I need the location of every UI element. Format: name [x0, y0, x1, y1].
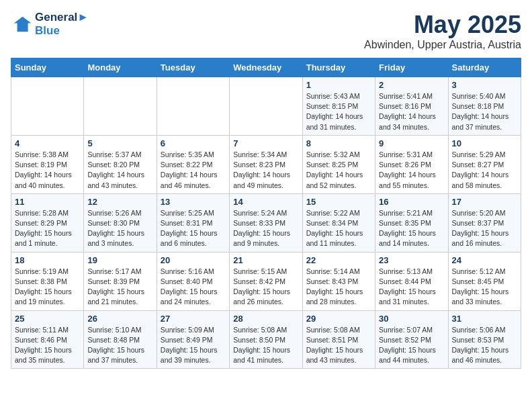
- svg-marker-0: [14, 16, 32, 31]
- page-header: General► Blue May 2025 Abwinden, Upper A…: [11, 11, 521, 51]
- day-number: 14: [233, 197, 298, 207]
- calendar-title: May 2025: [364, 11, 521, 39]
- day-number: 30: [379, 314, 444, 324]
- day-info: Sunrise: 5:24 AM Sunset: 8:33 PM Dayligh…: [233, 208, 298, 249]
- calendar-cell: 8Sunrise: 5:32 AM Sunset: 8:25 PM Daylig…: [302, 135, 375, 193]
- day-info: Sunrise: 5:22 AM Sunset: 8:34 PM Dayligh…: [306, 208, 371, 249]
- calendar-cell: 14Sunrise: 5:24 AM Sunset: 8:33 PM Dayli…: [230, 193, 302, 252]
- day-info: Sunrise: 5:38 AM Sunset: 8:19 PM Dayligh…: [15, 150, 80, 191]
- calendar-cell: 5Sunrise: 5:37 AM Sunset: 8:20 PM Daylig…: [84, 135, 157, 193]
- day-info: Sunrise: 5:43 AM Sunset: 8:15 PM Dayligh…: [306, 91, 371, 132]
- day-info: Sunrise: 5:10 AM Sunset: 8:48 PM Dayligh…: [87, 325, 152, 366]
- day-number: 12: [87, 197, 152, 207]
- day-info: Sunrise: 5:08 AM Sunset: 8:50 PM Dayligh…: [233, 325, 298, 366]
- calendar-cell: 29Sunrise: 5:08 AM Sunset: 8:51 PM Dayli…: [302, 310, 375, 369]
- day-info: Sunrise: 5:16 AM Sunset: 8:40 PM Dayligh…: [161, 267, 226, 308]
- day-info: Sunrise: 5:28 AM Sunset: 8:29 PM Dayligh…: [15, 208, 80, 249]
- calendar-cell: 4Sunrise: 5:38 AM Sunset: 8:19 PM Daylig…: [11, 135, 84, 193]
- weekday-header: Thursday: [302, 58, 375, 77]
- day-number: 9: [379, 138, 444, 148]
- day-number: 15: [306, 197, 371, 207]
- day-info: Sunrise: 5:07 AM Sunset: 8:52 PM Dayligh…: [379, 325, 444, 366]
- day-number: 21: [233, 255, 298, 265]
- weekday-header: Wednesday: [230, 58, 302, 77]
- calendar-cell: 10Sunrise: 5:29 AM Sunset: 8:27 PM Dayli…: [448, 135, 521, 193]
- calendar-week-row: 11Sunrise: 5:28 AM Sunset: 8:29 PM Dayli…: [11, 193, 521, 252]
- day-number: 25: [15, 314, 80, 324]
- calendar-week-row: 1Sunrise: 5:43 AM Sunset: 8:15 PM Daylig…: [11, 77, 521, 136]
- day-info: Sunrise: 5:11 AM Sunset: 8:46 PM Dayligh…: [15, 325, 80, 366]
- day-number: 24: [452, 255, 517, 265]
- calendar-cell: 3Sunrise: 5:40 AM Sunset: 8:18 PM Daylig…: [448, 77, 521, 136]
- calendar-cell: [157, 77, 229, 136]
- logo-text-line1: General►: [35, 11, 89, 24]
- day-info: Sunrise: 5:32 AM Sunset: 8:25 PM Dayligh…: [306, 150, 371, 191]
- calendar-cell: 20Sunrise: 5:16 AM Sunset: 8:40 PM Dayli…: [157, 252, 229, 310]
- day-info: Sunrise: 5:35 AM Sunset: 8:22 PM Dayligh…: [161, 150, 226, 191]
- calendar-cell: 16Sunrise: 5:21 AM Sunset: 8:35 PM Dayli…: [375, 193, 448, 252]
- day-info: Sunrise: 5:12 AM Sunset: 8:45 PM Dayligh…: [452, 267, 517, 308]
- calendar-cell: 31Sunrise: 5:06 AM Sunset: 8:53 PM Dayli…: [448, 310, 521, 369]
- day-info: Sunrise: 5:08 AM Sunset: 8:51 PM Dayligh…: [306, 325, 371, 366]
- calendar-cell: 26Sunrise: 5:10 AM Sunset: 8:48 PM Dayli…: [84, 310, 157, 369]
- day-number: 6: [161, 138, 226, 148]
- calendar-cell: 23Sunrise: 5:13 AM Sunset: 8:44 PM Dayli…: [375, 252, 448, 310]
- day-number: 31: [452, 314, 517, 324]
- calendar-cell: 24Sunrise: 5:12 AM Sunset: 8:45 PM Dayli…: [448, 252, 521, 310]
- calendar-cell: 9Sunrise: 5:31 AM Sunset: 8:26 PM Daylig…: [375, 135, 448, 193]
- calendar-cell: 21Sunrise: 5:15 AM Sunset: 8:42 PM Dayli…: [230, 252, 302, 310]
- day-number: 23: [379, 255, 444, 265]
- day-info: Sunrise: 5:06 AM Sunset: 8:53 PM Dayligh…: [452, 325, 517, 366]
- day-info: Sunrise: 5:09 AM Sunset: 8:49 PM Dayligh…: [161, 325, 226, 366]
- day-info: Sunrise: 5:40 AM Sunset: 8:18 PM Dayligh…: [452, 91, 517, 132]
- weekday-header: Monday: [84, 58, 157, 77]
- day-info: Sunrise: 5:37 AM Sunset: 8:20 PM Dayligh…: [87, 150, 152, 191]
- logo-icon: [11, 13, 32, 35]
- calendar-cell: 17Sunrise: 5:20 AM Sunset: 8:37 PM Dayli…: [448, 193, 521, 252]
- day-info: Sunrise: 5:29 AM Sunset: 8:27 PM Dayligh…: [452, 150, 517, 191]
- day-number: 19: [87, 255, 152, 265]
- day-number: 8: [306, 138, 371, 148]
- day-info: Sunrise: 5:34 AM Sunset: 8:23 PM Dayligh…: [233, 150, 298, 191]
- day-number: 22: [306, 255, 371, 265]
- title-section: May 2025 Abwinden, Upper Austria, Austri…: [364, 11, 521, 51]
- day-number: 3: [452, 80, 517, 90]
- day-number: 27: [161, 314, 226, 324]
- day-number: 16: [379, 197, 444, 207]
- day-number: 28: [233, 314, 298, 324]
- day-info: Sunrise: 5:25 AM Sunset: 8:31 PM Dayligh…: [161, 208, 226, 249]
- calendar-subtitle: Abwinden, Upper Austria, Austria: [364, 39, 521, 51]
- day-number: 4: [15, 138, 80, 148]
- calendar-week-row: 25Sunrise: 5:11 AM Sunset: 8:46 PM Dayli…: [11, 310, 521, 369]
- weekday-header: Sunday: [11, 58, 84, 77]
- calendar-cell: 13Sunrise: 5:25 AM Sunset: 8:31 PM Dayli…: [157, 193, 229, 252]
- day-number: 20: [161, 255, 226, 265]
- day-info: Sunrise: 5:17 AM Sunset: 8:39 PM Dayligh…: [87, 267, 152, 308]
- calendar-header-row: SundayMondayTuesdayWednesdayThursdayFrid…: [11, 58, 521, 77]
- calendar-cell: 19Sunrise: 5:17 AM Sunset: 8:39 PM Dayli…: [84, 252, 157, 310]
- calendar-cell: 22Sunrise: 5:14 AM Sunset: 8:43 PM Dayli…: [302, 252, 375, 310]
- day-info: Sunrise: 5:15 AM Sunset: 8:42 PM Dayligh…: [233, 267, 298, 308]
- day-number: 2: [379, 80, 444, 90]
- day-info: Sunrise: 5:41 AM Sunset: 8:16 PM Dayligh…: [379, 91, 444, 132]
- day-number: 1: [306, 80, 371, 90]
- day-info: Sunrise: 5:14 AM Sunset: 8:43 PM Dayligh…: [306, 267, 371, 308]
- day-number: 26: [87, 314, 152, 324]
- weekday-header: Tuesday: [157, 58, 229, 77]
- logo-text-line2: Blue: [35, 24, 89, 38]
- weekday-header: Friday: [375, 58, 448, 77]
- calendar-week-row: 4Sunrise: 5:38 AM Sunset: 8:19 PM Daylig…: [11, 135, 521, 193]
- calendar-cell: 2Sunrise: 5:41 AM Sunset: 8:16 PM Daylig…: [375, 77, 448, 136]
- calendar-week-row: 18Sunrise: 5:19 AM Sunset: 8:38 PM Dayli…: [11, 252, 521, 310]
- calendar-cell: 27Sunrise: 5:09 AM Sunset: 8:49 PM Dayli…: [157, 310, 229, 369]
- day-info: Sunrise: 5:21 AM Sunset: 8:35 PM Dayligh…: [379, 208, 444, 249]
- day-number: 29: [306, 314, 371, 324]
- calendar-cell: 6Sunrise: 5:35 AM Sunset: 8:22 PM Daylig…: [157, 135, 229, 193]
- calendar-cell: [11, 77, 84, 136]
- calendar-cell: 12Sunrise: 5:26 AM Sunset: 8:30 PM Dayli…: [84, 193, 157, 252]
- calendar-cell: 18Sunrise: 5:19 AM Sunset: 8:38 PM Dayli…: [11, 252, 84, 310]
- day-info: Sunrise: 5:13 AM Sunset: 8:44 PM Dayligh…: [379, 267, 444, 308]
- calendar-table: SundayMondayTuesdayWednesdayThursdayFrid…: [11, 58, 521, 369]
- day-number: 13: [161, 197, 226, 207]
- calendar-cell: 15Sunrise: 5:22 AM Sunset: 8:34 PM Dayli…: [302, 193, 375, 252]
